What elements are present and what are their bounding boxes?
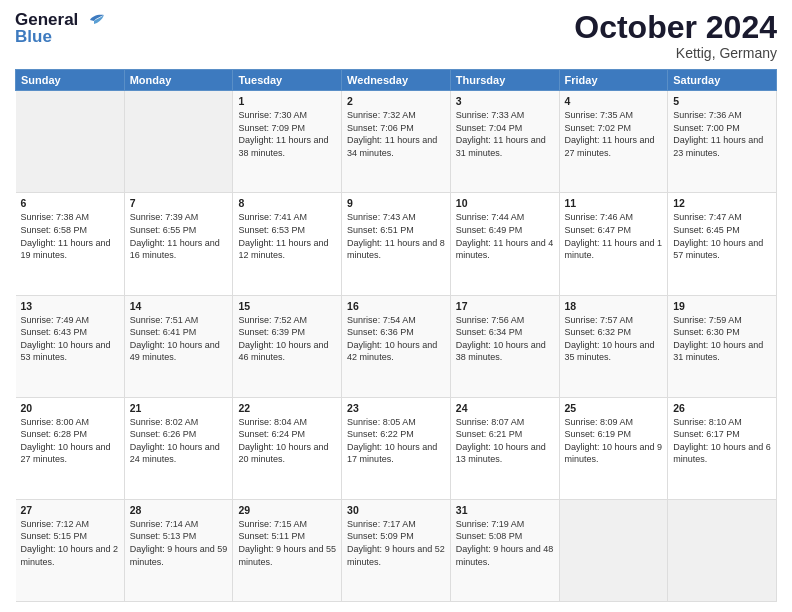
- day-number: 31: [456, 504, 554, 516]
- table-row: 25Sunrise: 8:09 AMSunset: 6:19 PMDayligh…: [559, 397, 668, 499]
- day-info: Sunrise: 7:56 AMSunset: 6:34 PMDaylight:…: [456, 314, 554, 364]
- day-number: 9: [347, 197, 445, 209]
- day-number: 5: [673, 95, 771, 107]
- day-number: 14: [130, 300, 228, 312]
- day-info: Sunrise: 7:57 AMSunset: 6:32 PMDaylight:…: [565, 314, 663, 364]
- header-thursday: Thursday: [450, 70, 559, 91]
- day-info: Sunrise: 7:33 AMSunset: 7:04 PMDaylight:…: [456, 109, 554, 159]
- day-info: Sunrise: 7:51 AMSunset: 6:41 PMDaylight:…: [130, 314, 228, 364]
- table-row: 28Sunrise: 7:14 AMSunset: 5:13 PMDayligh…: [124, 499, 233, 601]
- day-info: Sunrise: 7:38 AMSunset: 6:58 PMDaylight:…: [21, 211, 119, 261]
- day-info: Sunrise: 7:59 AMSunset: 6:30 PMDaylight:…: [673, 314, 771, 364]
- page: General Blue October 2024 Kettig, German…: [0, 0, 792, 612]
- day-info: Sunrise: 7:44 AMSunset: 6:49 PMDaylight:…: [456, 211, 554, 261]
- day-number: 23: [347, 402, 445, 414]
- day-info: Sunrise: 7:32 AMSunset: 7:06 PMDaylight:…: [347, 109, 445, 159]
- day-number: 15: [238, 300, 336, 312]
- day-number: 12: [673, 197, 771, 209]
- day-info: Sunrise: 8:07 AMSunset: 6:21 PMDaylight:…: [456, 416, 554, 466]
- day-info: Sunrise: 8:00 AMSunset: 6:28 PMDaylight:…: [21, 416, 119, 466]
- header-friday: Friday: [559, 70, 668, 91]
- table-row: 17Sunrise: 7:56 AMSunset: 6:34 PMDayligh…: [450, 295, 559, 397]
- table-row: 30Sunrise: 7:17 AMSunset: 5:09 PMDayligh…: [342, 499, 451, 601]
- table-row: 27Sunrise: 7:12 AMSunset: 5:15 PMDayligh…: [16, 499, 125, 601]
- table-row: [668, 499, 777, 601]
- day-info: Sunrise: 7:49 AMSunset: 6:43 PMDaylight:…: [21, 314, 119, 364]
- table-row: 18Sunrise: 7:57 AMSunset: 6:32 PMDayligh…: [559, 295, 668, 397]
- table-row: [16, 91, 125, 193]
- table-row: 15Sunrise: 7:52 AMSunset: 6:39 PMDayligh…: [233, 295, 342, 397]
- day-number: 29: [238, 504, 336, 516]
- calendar-header: Sunday Monday Tuesday Wednesday Thursday…: [16, 70, 777, 91]
- header: General Blue October 2024 Kettig, German…: [15, 10, 777, 61]
- table-row: 20Sunrise: 8:00 AMSunset: 6:28 PMDayligh…: [16, 397, 125, 499]
- day-number: 3: [456, 95, 554, 107]
- day-info: Sunrise: 7:46 AMSunset: 6:47 PMDaylight:…: [565, 211, 663, 261]
- day-number: 4: [565, 95, 663, 107]
- day-number: 25: [565, 402, 663, 414]
- location: Kettig, Germany: [574, 45, 777, 61]
- day-number: 20: [21, 402, 119, 414]
- day-number: 28: [130, 504, 228, 516]
- table-row: 13Sunrise: 7:49 AMSunset: 6:43 PMDayligh…: [16, 295, 125, 397]
- day-info: Sunrise: 8:09 AMSunset: 6:19 PMDaylight:…: [565, 416, 663, 466]
- table-row: [124, 91, 233, 193]
- header-sunday: Sunday: [16, 70, 125, 91]
- table-row: [559, 499, 668, 601]
- day-number: 18: [565, 300, 663, 312]
- day-number: 8: [238, 197, 336, 209]
- table-row: 23Sunrise: 8:05 AMSunset: 6:22 PMDayligh…: [342, 397, 451, 499]
- table-row: 11Sunrise: 7:46 AMSunset: 6:47 PMDayligh…: [559, 193, 668, 295]
- day-number: 24: [456, 402, 554, 414]
- table-row: 4Sunrise: 7:35 AMSunset: 7:02 PMDaylight…: [559, 91, 668, 193]
- day-info: Sunrise: 7:41 AMSunset: 6:53 PMDaylight:…: [238, 211, 336, 261]
- day-info: Sunrise: 7:47 AMSunset: 6:45 PMDaylight:…: [673, 211, 771, 261]
- table-row: 24Sunrise: 8:07 AMSunset: 6:21 PMDayligh…: [450, 397, 559, 499]
- table-row: 29Sunrise: 7:15 AMSunset: 5:11 PMDayligh…: [233, 499, 342, 601]
- table-row: 8Sunrise: 7:41 AMSunset: 6:53 PMDaylight…: [233, 193, 342, 295]
- day-number: 6: [21, 197, 119, 209]
- table-row: 1Sunrise: 7:30 AMSunset: 7:09 PMDaylight…: [233, 91, 342, 193]
- day-number: 17: [456, 300, 554, 312]
- table-row: 3Sunrise: 7:33 AMSunset: 7:04 PMDaylight…: [450, 91, 559, 193]
- day-info: Sunrise: 7:14 AMSunset: 5:13 PMDaylight:…: [130, 518, 228, 568]
- header-wednesday: Wednesday: [342, 70, 451, 91]
- day-number: 27: [21, 504, 119, 516]
- table-row: 12Sunrise: 7:47 AMSunset: 6:45 PMDayligh…: [668, 193, 777, 295]
- month-title: October 2024: [574, 10, 777, 45]
- day-info: Sunrise: 7:17 AMSunset: 5:09 PMDaylight:…: [347, 518, 445, 568]
- table-row: 22Sunrise: 8:04 AMSunset: 6:24 PMDayligh…: [233, 397, 342, 499]
- day-number: 7: [130, 197, 228, 209]
- day-number: 26: [673, 402, 771, 414]
- day-info: Sunrise: 7:30 AMSunset: 7:09 PMDaylight:…: [238, 109, 336, 159]
- day-info: Sunrise: 7:43 AMSunset: 6:51 PMDaylight:…: [347, 211, 445, 261]
- day-number: 21: [130, 402, 228, 414]
- table-row: 19Sunrise: 7:59 AMSunset: 6:30 PMDayligh…: [668, 295, 777, 397]
- day-number: 2: [347, 95, 445, 107]
- table-row: 9Sunrise: 7:43 AMSunset: 6:51 PMDaylight…: [342, 193, 451, 295]
- header-tuesday: Tuesday: [233, 70, 342, 91]
- table-row: 6Sunrise: 7:38 AMSunset: 6:58 PMDaylight…: [16, 193, 125, 295]
- day-number: 19: [673, 300, 771, 312]
- table-row: 16Sunrise: 7:54 AMSunset: 6:36 PMDayligh…: [342, 295, 451, 397]
- day-info: Sunrise: 8:05 AMSunset: 6:22 PMDaylight:…: [347, 416, 445, 466]
- day-info: Sunrise: 7:35 AMSunset: 7:02 PMDaylight:…: [565, 109, 663, 159]
- table-row: 10Sunrise: 7:44 AMSunset: 6:49 PMDayligh…: [450, 193, 559, 295]
- day-info: Sunrise: 8:02 AMSunset: 6:26 PMDaylight:…: [130, 416, 228, 466]
- day-number: 13: [21, 300, 119, 312]
- title-block: October 2024 Kettig, Germany: [574, 10, 777, 61]
- table-row: 26Sunrise: 8:10 AMSunset: 6:17 PMDayligh…: [668, 397, 777, 499]
- day-info: Sunrise: 7:54 AMSunset: 6:36 PMDaylight:…: [347, 314, 445, 364]
- table-row: 14Sunrise: 7:51 AMSunset: 6:41 PMDayligh…: [124, 295, 233, 397]
- day-info: Sunrise: 7:19 AMSunset: 5:08 PMDaylight:…: [456, 518, 554, 568]
- day-number: 1: [238, 95, 336, 107]
- day-info: Sunrise: 7:39 AMSunset: 6:55 PMDaylight:…: [130, 211, 228, 261]
- day-number: 22: [238, 402, 336, 414]
- calendar-body: 1Sunrise: 7:30 AMSunset: 7:09 PMDaylight…: [16, 91, 777, 602]
- day-number: 30: [347, 504, 445, 516]
- day-info: Sunrise: 7:12 AMSunset: 5:15 PMDaylight:…: [21, 518, 119, 568]
- day-info: Sunrise: 7:52 AMSunset: 6:39 PMDaylight:…: [238, 314, 336, 364]
- table-row: 2Sunrise: 7:32 AMSunset: 7:06 PMDaylight…: [342, 91, 451, 193]
- calendar: Sunday Monday Tuesday Wednesday Thursday…: [15, 69, 777, 602]
- day-info: Sunrise: 8:04 AMSunset: 6:24 PMDaylight:…: [238, 416, 336, 466]
